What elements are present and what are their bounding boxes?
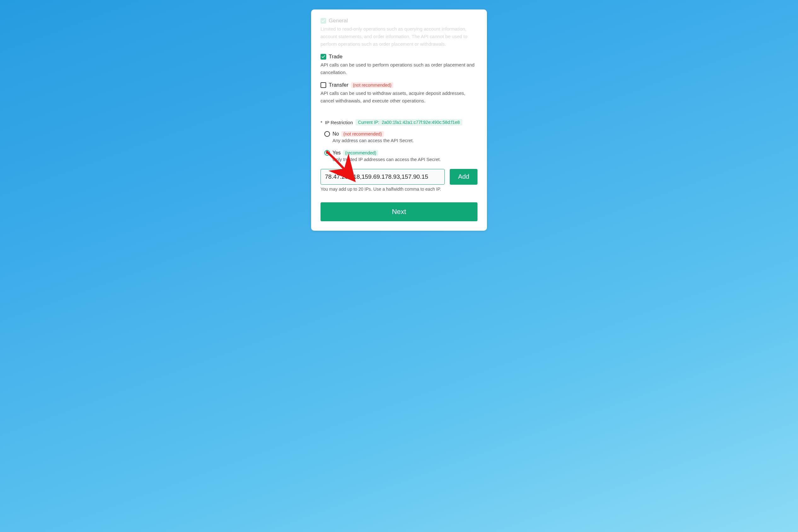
permission-trade: Trade API calls can be used to perform o… <box>321 54 477 76</box>
permission-title: General <box>329 18 348 24</box>
radio-desc: Any address can access the API Secret. <box>332 137 477 144</box>
ip-restriction-no: No (not recommended) Any address can acc… <box>321 131 477 144</box>
permission-desc: API calls can be used to withdraw assets… <box>321 90 477 104</box>
permission-title: Trade <box>329 54 343 60</box>
permission-desc: Limited to read-only operations such as … <box>321 25 477 48</box>
permission-transfer: Transfer (not recommended) API calls can… <box>321 82 477 104</box>
permission-general: General Limited to read-only operations … <box>321 18 477 48</box>
add-button[interactable]: Add <box>450 169 477 185</box>
ip-address-input[interactable] <box>321 169 445 185</box>
current-ip-chip: Current IP: 2a00:1fa1:42a1:c77f:92e:490c… <box>356 119 462 126</box>
permission-desc: API calls can be used to perform operati… <box>321 61 477 76</box>
current-ip-value: 2a00:1fa1:42a1:c77f:92e:490c:58d:f1e8 <box>382 120 460 125</box>
badge-recommended: (recommended) <box>343 150 378 156</box>
ip-restriction-yes: Yes (recommended) Only trusted IP addres… <box>321 150 477 163</box>
next-button[interactable]: Next <box>321 202 477 221</box>
required-asterisk: * <box>321 120 322 125</box>
badge-not-recommended: (not recommended) <box>351 82 393 88</box>
radio-label: Yes <box>332 150 341 156</box>
api-settings-card: General Limited to read-only operations … <box>311 10 487 231</box>
check-icon <box>321 55 325 59</box>
radio-desc: Only trusted IP addresses can access the… <box>332 156 477 163</box>
radio-yes[interactable] <box>324 150 330 156</box>
checkbox-general <box>321 18 326 24</box>
ip-restriction-label: IP Restriction <box>325 120 353 125</box>
radio-label: No <box>332 131 339 137</box>
current-ip-label: Current IP: <box>358 120 379 125</box>
permission-title: Transfer <box>329 82 348 88</box>
ip-input-row: Add <box>321 169 477 185</box>
badge-not-recommended: (not recommended) <box>341 131 383 137</box>
ip-restriction-header: * IP Restriction Current IP: 2a00:1fa1:4… <box>321 119 477 126</box>
ip-hint-text: You may add up to 20 IPs. Use a halfwidt… <box>321 187 477 192</box>
check-icon <box>321 19 325 23</box>
checkbox-trade[interactable] <box>321 54 326 60</box>
radio-no[interactable] <box>324 131 330 137</box>
checkbox-transfer[interactable] <box>321 82 326 88</box>
